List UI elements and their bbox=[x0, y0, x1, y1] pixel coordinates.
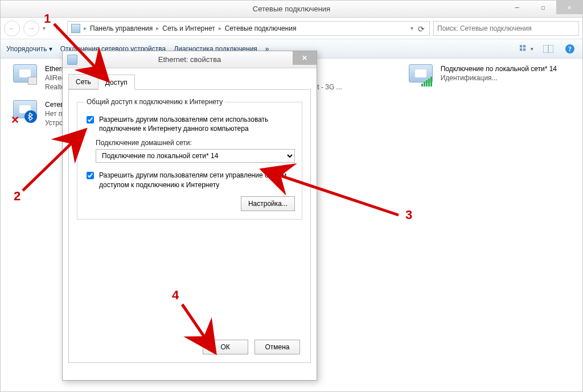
ok-button[interactable]: ОК bbox=[203, 340, 248, 354]
bluetooth-icon bbox=[24, 110, 37, 123]
ethernet-adapter-icon bbox=[12, 64, 39, 87]
allow-sharing-label: Разрешить другим пользователям сети испо… bbox=[99, 115, 295, 133]
home-connection-subgroup: Подключение домашней сети: Подключение п… bbox=[96, 139, 295, 163]
chevron-right-icon: ▸ bbox=[156, 25, 159, 31]
maximize-button[interactable]: ☐ bbox=[530, 1, 556, 14]
minimize-button[interactable]: — bbox=[504, 1, 530, 14]
back-button[interactable]: ← bbox=[4, 20, 20, 36]
ics-settings-button[interactable]: Настройка... bbox=[241, 196, 295, 211]
ethernet-properties-dialog: Ethernet: свойства ✕ Сеть Доступ Общий д… bbox=[62, 51, 317, 381]
dialog-close-button[interactable]: ✕ bbox=[293, 51, 317, 65]
dialog-titlebar: Ethernet: свойства ✕ bbox=[63, 51, 317, 68]
tab-panel-sharing: Общий доступ к подключению к Интернету Р… bbox=[68, 90, 311, 363]
titlebar: Сетевые подключения — ☐ ✕ bbox=[1, 1, 582, 18]
tabstrip: Сеть Доступ bbox=[68, 74, 311, 90]
forward-button[interactable]: → bbox=[23, 20, 39, 36]
breadcrumb[interactable]: ▸ Панель управления ▸ Сеть и Интернет ▸ … bbox=[67, 21, 430, 36]
svg-rect-1 bbox=[523, 45, 525, 47]
ics-legend: Общий доступ к подключению к Интернету bbox=[84, 98, 225, 106]
allow-control-label: Разрешить другим пользователям сети упра… bbox=[99, 171, 295, 189]
dialog-adapter-icon bbox=[67, 55, 77, 65]
refresh-button[interactable] bbox=[416, 23, 427, 35]
preview-pane-icon[interactable] bbox=[541, 42, 555, 56]
view-options-icon[interactable]: ▾ bbox=[520, 42, 533, 56]
tab-sharing[interactable]: Доступ bbox=[98, 75, 135, 90]
navigation-bar: ← → ▾ ↑ ▸ Панель управления ▸ Сеть и Инт… bbox=[1, 18, 582, 39]
location-icon bbox=[71, 24, 80, 33]
network-connections-window: Сетевые подключения — ☐ ✕ ← → ▾ ↑ ▸ Пане… bbox=[0, 0, 583, 392]
bluetooth-adapter-icon: ✕ bbox=[12, 100, 39, 123]
disconnected-icon: ✕ bbox=[11, 114, 21, 124]
crumb-network-connections[interactable]: Сетевые подключения bbox=[225, 24, 297, 32]
adapter-local-area-14[interactable]: Подключение по локальной сети* 14 Иденти… bbox=[408, 64, 571, 87]
allow-control-checkbox[interactable] bbox=[87, 172, 94, 179]
chevron-right-icon: ▸ bbox=[219, 25, 221, 31]
ics-groupbox: Общий доступ к подключению к Интернету Р… bbox=[77, 98, 302, 220]
home-connection-label: Подключение домашней сети: bbox=[96, 139, 295, 147]
window-title: Сетевые подключения bbox=[253, 5, 330, 13]
svg-rect-2 bbox=[520, 48, 522, 51]
svg-rect-0 bbox=[520, 45, 522, 47]
crumb-control-panel[interactable]: Панель управления bbox=[90, 24, 153, 32]
adapter-title: Подключение по локальной сети* 14 bbox=[441, 64, 557, 73]
search-input[interactable] bbox=[433, 21, 579, 36]
help-icon[interactable]: ? bbox=[563, 42, 577, 56]
home-connection-select[interactable]: Подключение по локальной сети* 14 bbox=[96, 149, 295, 163]
up-button[interactable]: ↑ bbox=[49, 21, 64, 36]
tab-network[interactable]: Сеть bbox=[68, 74, 98, 89]
dialog-title: Ethernet: свойства bbox=[158, 55, 221, 64]
svg-rect-3 bbox=[523, 48, 525, 51]
organize-menu[interactable]: Упорядочить ▾ bbox=[6, 45, 52, 53]
signal-bars-icon bbox=[421, 77, 432, 86]
chevron-right-icon: ▸ bbox=[84, 25, 87, 31]
close-button[interactable]: ✕ bbox=[556, 1, 582, 14]
crumb-network-internet[interactable]: Сеть и Интернет bbox=[162, 24, 215, 32]
wifi-adapter-icon bbox=[408, 64, 435, 87]
allow-sharing-checkbox[interactable] bbox=[87, 116, 94, 123]
breadcrumb-dropdown-icon[interactable]: ▾ bbox=[410, 25, 413, 31]
adapter-status: Идентификация... bbox=[441, 73, 557, 82]
cancel-button[interactable]: Отмена bbox=[254, 340, 300, 354]
svg-text:?: ? bbox=[568, 45, 572, 53]
history-dropdown-icon[interactable]: ▾ bbox=[43, 25, 46, 31]
